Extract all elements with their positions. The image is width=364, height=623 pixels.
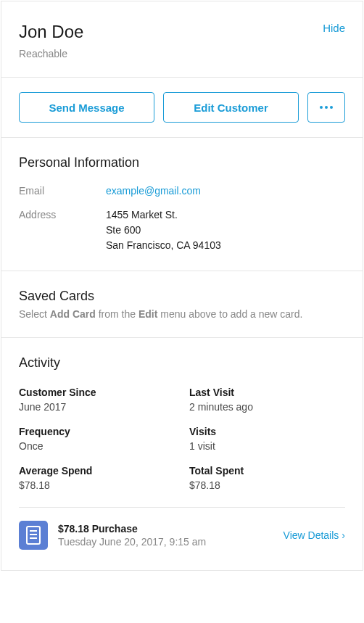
personal-info-section: Personal Information Email example@gmail… [1,138,363,271]
activity-section: Activity Customer Since June 2017 Last V… [1,338,363,570]
hide-link[interactable]: Hide [323,22,345,34]
saved-cards-section: Saved Cards Select Add Card from the Edi… [1,271,363,338]
stat-customer-since: Customer Since June 2017 [19,387,175,413]
activity-title: Activity [19,355,345,371]
purchase-title: $78.18 Purchase [58,523,273,535]
stat-total-spent: Total Spent $78.18 [189,465,345,491]
receipt-icon [19,521,48,550]
email-label: Email [19,183,106,199]
email-link[interactable]: example@gmail.com [106,185,201,197]
edit-customer-button[interactable]: Edit Customer [163,92,299,123]
saved-cards-title: Saved Cards [19,289,345,304]
activity-stats-grid: Customer Since June 2017 Last Visit 2 mi… [19,387,345,491]
stat-average-spend: Average Spend $78.18 [19,465,175,491]
purchase-date: Tuesday June 20, 2017, 9:15 am [58,536,273,548]
customer-status: Reachable [19,48,83,59]
stat-visits: Visits 1 visit [189,426,345,452]
chevron-right-icon: › [342,529,345,541]
send-message-button[interactable]: Send Message [19,92,154,123]
personal-info-title: Personal Information [19,155,345,170]
activity-divider [19,507,345,508]
email-row: Email example@gmail.com [19,183,345,199]
address-row: Address 1455 Market St. Ste 600 San Fran… [19,207,345,253]
more-icon [320,106,323,109]
actions-section: Send Message Edit Customer [1,78,363,138]
more-actions-button[interactable] [307,92,345,123]
header-section: Jon Doe Reachable Hide [1,1,363,78]
saved-cards-subtitle: Select Add Card from the Edit menu above… [19,308,345,320]
stat-last-visit: Last Visit 2 minutes ago [189,387,345,413]
customer-name: Jon Doe [19,22,83,42]
purchase-row: $78.18 Purchase Tuesday June 20, 2017, 9… [19,521,345,550]
address-label: Address [19,207,106,253]
customer-detail-card: Jon Doe Reachable Hide Send Message Edit… [1,1,363,571]
view-details-link[interactable]: View Details › [284,529,345,541]
address-value: 1455 Market St. Ste 600 San Francisco, C… [106,207,221,253]
stat-frequency: Frequency Once [19,426,175,452]
